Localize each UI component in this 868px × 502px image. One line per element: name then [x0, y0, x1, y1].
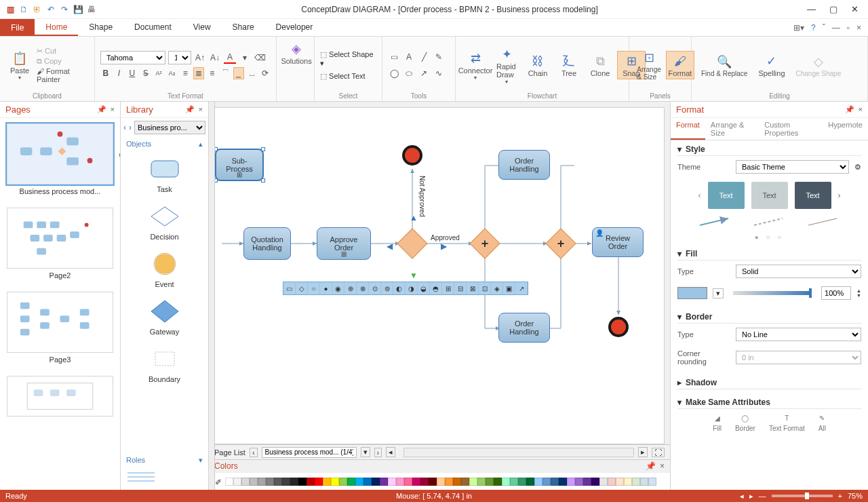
zoom-in-icon[interactable]: +: [838, 492, 842, 500]
spline-tool-icon[interactable]: ∿: [433, 67, 445, 79]
superscript-icon[interactable]: A²: [153, 67, 164, 79]
chevron-down-icon[interactable]: ▾: [677, 312, 682, 322]
color-swatch[interactable]: [461, 478, 469, 486]
horizontal-scrollbar[interactable]: [403, 448, 634, 457]
color-swatch[interactable]: [640, 478, 648, 486]
inner-restore-icon[interactable]: ▫: [847, 23, 850, 33]
tree-button[interactable]: ⼵Tree: [555, 52, 583, 79]
italic-icon[interactable]: I: [114, 67, 125, 79]
eyedropper-icon[interactable]: ✐: [212, 478, 225, 486]
qat-shield-icon[interactable]: ⛨: [33, 5, 42, 14]
select-shape-button[interactable]: ⬚ Select Shape ▾: [320, 50, 376, 68]
page-thumb-2[interactable]: [7, 208, 113, 269]
theme-swatch-1[interactable]: Text: [708, 182, 745, 209]
lib-item-decision[interactable]: Decision: [121, 199, 208, 246]
bold-icon[interactable]: B: [100, 67, 111, 79]
lib-item-gateway[interactable]: Gateway: [121, 294, 208, 341]
pin-lib-icon[interactable]: 📌: [185, 105, 195, 114]
color-swatch[interactable]: [469, 478, 477, 486]
rotate-text-icon[interactable]: ⟳: [260, 67, 271, 79]
lib-next-icon[interactable]: ›: [129, 123, 132, 132]
theme-prev-icon[interactable]: ‹: [698, 191, 701, 200]
color-swatch[interactable]: [233, 478, 241, 486]
page-thumb-3[interactable]: [7, 292, 113, 353]
text-tool-icon[interactable]: A: [403, 51, 415, 63]
color-swatch[interactable]: [599, 478, 608, 486]
subscript-icon[interactable]: A₂: [167, 67, 178, 79]
pin-fmt-icon[interactable]: 📌: [845, 105, 854, 114]
color-swatch[interactable]: [266, 478, 274, 486]
color-swatch[interactable]: [477, 478, 486, 486]
paste-button[interactable]: 📋Paste▾: [5, 49, 34, 82]
qat-new-icon[interactable]: 🗋: [19, 5, 28, 14]
fmt-tab-custom[interactable]: Custom Properties: [759, 118, 823, 140]
inner-close-icon[interactable]: ×: [856, 23, 861, 33]
zoom-out-icon[interactable]: —: [759, 492, 766, 500]
tab-view[interactable]: View: [182, 19, 222, 36]
color-swatch[interactable]: [420, 478, 429, 486]
chain-button[interactable]: ⛓Chain: [524, 52, 552, 79]
color-swatch[interactable]: [494, 478, 502, 486]
shrink-font-icon[interactable]: A↓: [209, 52, 221, 64]
color-swatch[interactable]: [372, 478, 380, 486]
qat-print-icon[interactable]: 🖶: [87, 5, 96, 14]
arc-tool-icon[interactable]: ↗: [418, 67, 430, 79]
find-replace-button[interactable]: 🔍Find & Replace: [697, 52, 751, 79]
color-swatch[interactable]: [323, 478, 331, 486]
fill-type-select[interactable]: Solid: [736, 265, 861, 278]
color-swatch[interactable]: [307, 478, 315, 486]
font-select[interactable]: Tahoma: [100, 51, 165, 64]
color-swatch[interactable]: [290, 478, 298, 486]
qat-undo-icon[interactable]: ↶: [46, 5, 56, 14]
connector-style-3[interactable]: [807, 216, 841, 228]
color-swatch[interactable]: [486, 478, 494, 486]
same-all-button[interactable]: ✎All: [818, 414, 826, 432]
callout-tool-icon[interactable]: ⬭: [403, 67, 415, 79]
fill-color-dropdown-icon[interactable]: ▾: [713, 288, 724, 298]
color-swatch[interactable]: [331, 478, 339, 486]
pencil-tool-icon[interactable]: ✎: [433, 51, 445, 63]
color-swatch[interactable]: [355, 478, 363, 486]
border-type-select[interactable]: No Line: [736, 328, 861, 341]
align-right-icon[interactable]: ≡: [207, 67, 218, 79]
format-panel-button[interactable]: 🖌Format: [666, 51, 694, 79]
help-icon[interactable]: ?: [811, 23, 816, 33]
underline-icon[interactable]: U: [127, 67, 138, 79]
color-swatch[interactable]: [429, 478, 437, 486]
rect-tool-icon[interactable]: ▭: [388, 51, 400, 63]
rapid-arrow-left[interactable]: ◀: [387, 242, 393, 251]
rapid-arrow-up[interactable]: ▲: [410, 213, 418, 223]
close-fmt-icon[interactable]: ×: [859, 105, 863, 114]
ellipse-tool-icon[interactable]: ◯: [388, 67, 400, 79]
color-swatch[interactable]: [551, 478, 559, 486]
valign-bot-icon[interactable]: ⎵: [247, 67, 258, 79]
strike-icon[interactable]: S̶: [140, 67, 151, 79]
copy-button[interactable]: ⧉ Copy: [37, 57, 89, 66]
color-swatch[interactable]: [258, 478, 266, 486]
select-text-button[interactable]: ⬚ Select Text: [320, 72, 376, 81]
node-review[interactable]: 👤Review Order: [592, 227, 644, 257]
chevron-down-icon[interactable]: ▾: [677, 249, 682, 258]
event-end-bottom[interactable]: [608, 317, 629, 337]
color-swatch[interactable]: [453, 478, 461, 486]
grow-font-icon[interactable]: A↑: [194, 52, 206, 64]
connector-style-1[interactable]: [698, 216, 732, 228]
color-swatch[interactable]: [396, 478, 404, 486]
corner-select[interactable]: 0 in: [736, 351, 861, 364]
pagelist-next-icon[interactable]: ›: [374, 448, 382, 457]
qat-save-icon[interactable]: 💾: [73, 5, 83, 14]
chevron-right-icon[interactable]: ▸: [677, 378, 682, 387]
rapid-arrow-right[interactable]: ▶: [441, 242, 447, 251]
format-painter-button[interactable]: 🖌 Format Painter: [37, 67, 89, 83]
fill-color-swatch[interactable]: [677, 287, 707, 299]
spelling-button[interactable]: ✓Spelling: [754, 52, 789, 79]
color-swatch[interactable]: [559, 478, 567, 486]
valign-top-icon[interactable]: ⎴: [220, 67, 231, 79]
lib-prev-icon[interactable]: ‹: [123, 123, 126, 132]
color-swatch[interactable]: [347, 478, 355, 486]
color-swatch[interactable]: [363, 478, 372, 486]
clone-button[interactable]: ⧉Clone: [586, 52, 614, 79]
color-swatch[interactable]: [388, 478, 396, 486]
color-swatch[interactable]: [526, 478, 534, 486]
color-swatch[interactable]: [518, 478, 526, 486]
